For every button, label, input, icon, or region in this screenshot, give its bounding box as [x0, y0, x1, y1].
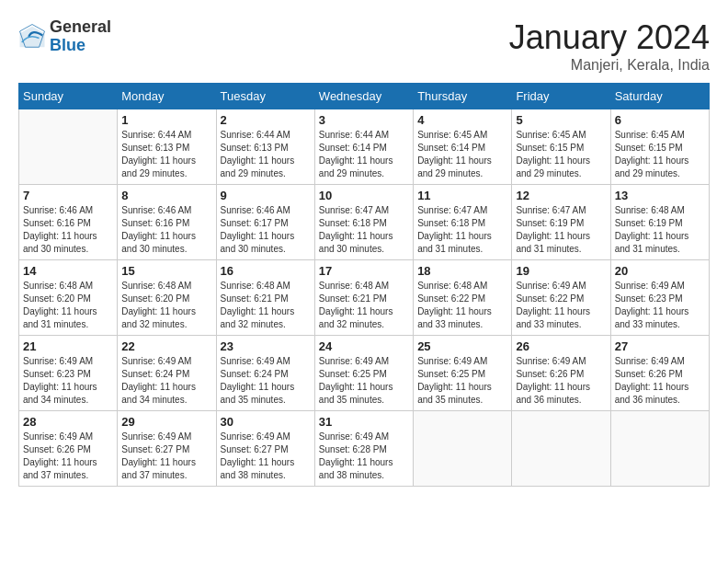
- calendar-cell: 30Sunrise: 6:49 AMSunset: 6:27 PMDayligh…: [216, 411, 314, 487]
- day-number: 19: [516, 264, 606, 278]
- calendar-cell: [19, 109, 118, 185]
- day-number: 23: [221, 339, 311, 353]
- day-number: 4: [417, 113, 507, 127]
- calendar-week-4: 28Sunrise: 6:49 AMSunset: 6:26 PMDayligh…: [19, 411, 710, 487]
- calendar-cell: 2Sunrise: 6:44 AMSunset: 6:13 PMDaylight…: [216, 109, 314, 185]
- calendar-cell: 10Sunrise: 6:47 AMSunset: 6:18 PMDayligh…: [314, 185, 413, 260]
- day-info: Sunrise: 6:48 AMSunset: 6:20 PMDaylight:…: [23, 280, 113, 331]
- calendar-cell: 21Sunrise: 6:49 AMSunset: 6:23 PMDayligh…: [19, 336, 118, 411]
- day-info: Sunrise: 6:49 AMSunset: 6:22 PMDaylight:…: [516, 280, 606, 331]
- day-info: Sunrise: 6:48 AMSunset: 6:19 PMDaylight:…: [615, 204, 705, 256]
- header-wednesday: Wednesday: [314, 84, 413, 109]
- logo-icon: [18, 23, 46, 51]
- day-number: 29: [121, 415, 211, 429]
- header-thursday: Thursday: [414, 84, 512, 109]
- calendar-cell: 22Sunrise: 6:49 AMSunset: 6:24 PMDayligh…: [118, 336, 216, 411]
- day-number: 22: [121, 339, 211, 353]
- calendar-cell: [512, 411, 610, 487]
- day-info: Sunrise: 6:49 AMSunset: 6:26 PMDaylight:…: [615, 355, 705, 407]
- calendar-cell: 25Sunrise: 6:49 AMSunset: 6:25 PMDayligh…: [414, 336, 512, 411]
- logo-general: General: [50, 18, 111, 37]
- calendar-cell: 12Sunrise: 6:47 AMSunset: 6:19 PMDayligh…: [512, 185, 610, 260]
- day-number: 25: [417, 339, 507, 353]
- day-number: 11: [417, 189, 507, 202]
- calendar-cell: 6Sunrise: 6:45 AMSunset: 6:15 PMDaylight…: [610, 109, 709, 185]
- calendar-table: SundayMondayTuesdayWednesdayThursdayFrid…: [18, 83, 710, 487]
- logo: General Blue: [18, 18, 111, 55]
- header-sunday: Sunday: [19, 84, 118, 109]
- day-number: 7: [23, 189, 113, 202]
- day-number: 3: [319, 113, 409, 127]
- day-number: 18: [417, 264, 507, 278]
- day-number: 8: [121, 189, 211, 202]
- day-info: Sunrise: 6:49 AMSunset: 6:28 PMDaylight:…: [319, 431, 409, 482]
- day-info: Sunrise: 6:47 AMSunset: 6:18 PMDaylight:…: [417, 204, 507, 256]
- location: Manjeri, Kerala, India: [509, 57, 710, 74]
- calendar-cell: 29Sunrise: 6:49 AMSunset: 6:27 PMDayligh…: [118, 411, 216, 487]
- header-monday: Monday: [118, 84, 216, 109]
- calendar-cell: 20Sunrise: 6:49 AMSunset: 6:23 PMDayligh…: [610, 260, 709, 336]
- day-info: Sunrise: 6:47 AMSunset: 6:18 PMDaylight:…: [319, 204, 409, 256]
- day-number: 27: [615, 339, 705, 353]
- calendar-cell: 23Sunrise: 6:49 AMSunset: 6:24 PMDayligh…: [216, 336, 314, 411]
- day-info: Sunrise: 6:49 AMSunset: 6:27 PMDaylight:…: [121, 431, 211, 482]
- day-info: Sunrise: 6:48 AMSunset: 6:22 PMDaylight:…: [417, 280, 507, 331]
- calendar-week-2: 14Sunrise: 6:48 AMSunset: 6:20 PMDayligh…: [19, 260, 710, 336]
- day-number: 14: [23, 264, 113, 278]
- day-number: 5: [516, 113, 606, 127]
- calendar-cell: 15Sunrise: 6:48 AMSunset: 6:20 PMDayligh…: [118, 260, 216, 336]
- calendar-cell: 3Sunrise: 6:44 AMSunset: 6:14 PMDaylight…: [314, 109, 413, 185]
- calendar-cell: 17Sunrise: 6:48 AMSunset: 6:21 PMDayligh…: [314, 260, 413, 336]
- calendar-cell: 18Sunrise: 6:48 AMSunset: 6:22 PMDayligh…: [414, 260, 512, 336]
- calendar-body: 1Sunrise: 6:44 AMSunset: 6:13 PMDaylight…: [19, 109, 710, 487]
- day-info: Sunrise: 6:44 AMSunset: 6:13 PMDaylight:…: [121, 129, 211, 180]
- day-info: Sunrise: 6:49 AMSunset: 6:25 PMDaylight:…: [319, 355, 409, 407]
- day-number: 2: [221, 113, 311, 127]
- day-number: 31: [319, 415, 409, 429]
- day-number: 24: [319, 339, 409, 353]
- header-tuesday: Tuesday: [216, 84, 314, 109]
- calendar-week-0: 1Sunrise: 6:44 AMSunset: 6:13 PMDaylight…: [19, 109, 710, 185]
- day-info: Sunrise: 6:44 AMSunset: 6:13 PMDaylight:…: [221, 129, 311, 180]
- day-info: Sunrise: 6:46 AMSunset: 6:16 PMDaylight:…: [121, 204, 211, 256]
- day-number: 20: [615, 264, 705, 278]
- day-number: 28: [23, 415, 113, 429]
- day-info: Sunrise: 6:49 AMSunset: 6:26 PMDaylight:…: [516, 355, 606, 407]
- day-info: Sunrise: 6:49 AMSunset: 6:27 PMDaylight:…: [221, 431, 311, 482]
- day-number: 13: [615, 189, 705, 202]
- day-number: 17: [319, 264, 409, 278]
- calendar-week-1: 7Sunrise: 6:46 AMSunset: 6:16 PMDaylight…: [19, 185, 710, 260]
- day-info: Sunrise: 6:46 AMSunset: 6:17 PMDaylight:…: [221, 204, 311, 256]
- calendar-cell: 8Sunrise: 6:46 AMSunset: 6:16 PMDaylight…: [118, 185, 216, 260]
- calendar-cell: 5Sunrise: 6:45 AMSunset: 6:15 PMDaylight…: [512, 109, 610, 185]
- calendar-cell: 27Sunrise: 6:49 AMSunset: 6:26 PMDayligh…: [610, 336, 709, 411]
- day-info: Sunrise: 6:49 AMSunset: 6:23 PMDaylight:…: [615, 280, 705, 331]
- day-info: Sunrise: 6:48 AMSunset: 6:20 PMDaylight:…: [121, 280, 211, 331]
- calendar-cell: 13Sunrise: 6:48 AMSunset: 6:19 PMDayligh…: [610, 185, 709, 260]
- calendar-cell: 26Sunrise: 6:49 AMSunset: 6:26 PMDayligh…: [512, 336, 610, 411]
- day-number: 16: [221, 264, 311, 278]
- calendar-cell: [610, 411, 709, 487]
- calendar-cell: 31Sunrise: 6:49 AMSunset: 6:28 PMDayligh…: [314, 411, 413, 487]
- calendar-cell: 7Sunrise: 6:46 AMSunset: 6:16 PMDaylight…: [19, 185, 118, 260]
- calendar-week-3: 21Sunrise: 6:49 AMSunset: 6:23 PMDayligh…: [19, 336, 710, 411]
- calendar-cell: 9Sunrise: 6:46 AMSunset: 6:17 PMDaylight…: [216, 185, 314, 260]
- day-info: Sunrise: 6:49 AMSunset: 6:24 PMDaylight:…: [221, 355, 311, 407]
- day-info: Sunrise: 6:49 AMSunset: 6:25 PMDaylight:…: [417, 355, 507, 407]
- day-number: 1: [121, 113, 211, 127]
- day-info: Sunrise: 6:45 AMSunset: 6:15 PMDaylight:…: [516, 129, 606, 180]
- day-info: Sunrise: 6:48 AMSunset: 6:21 PMDaylight:…: [319, 280, 409, 331]
- calendar-cell: 24Sunrise: 6:49 AMSunset: 6:25 PMDayligh…: [314, 336, 413, 411]
- day-number: 26: [516, 339, 606, 353]
- day-number: 12: [516, 189, 606, 202]
- title-block: January 2024 Manjeri, Kerala, India: [509, 18, 710, 74]
- day-number: 30: [221, 415, 311, 429]
- page-header: General Blue January 2024 Manjeri, Keral…: [18, 18, 710, 74]
- day-info: Sunrise: 6:47 AMSunset: 6:19 PMDaylight:…: [516, 204, 606, 256]
- month-title: January 2024: [509, 18, 710, 57]
- calendar-cell: [414, 411, 512, 487]
- header-friday: Friday: [512, 84, 610, 109]
- calendar-header: SundayMondayTuesdayWednesdayThursdayFrid…: [19, 84, 710, 109]
- day-info: Sunrise: 6:49 AMSunset: 6:24 PMDaylight:…: [121, 355, 211, 407]
- day-info: Sunrise: 6:45 AMSunset: 6:15 PMDaylight:…: [615, 129, 705, 180]
